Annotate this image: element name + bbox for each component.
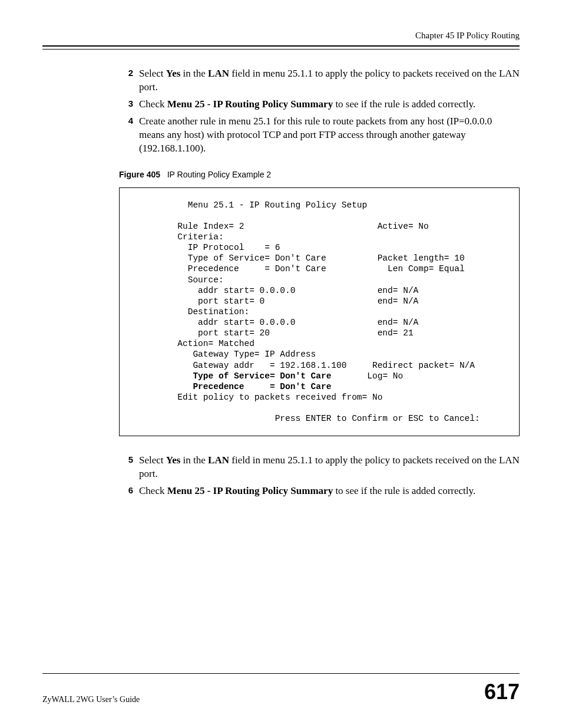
step-number: 6 xyxy=(119,485,133,498)
figure-title: IP Routing Policy Example 2 xyxy=(167,170,271,179)
running-header: Chapter 45 IP Policy Routing xyxy=(42,31,520,41)
page-number: 617 xyxy=(484,680,520,704)
step-number: 3 xyxy=(119,98,133,111)
figure-caption: Figure 405 IP Routing Policy Example 2 xyxy=(119,170,520,179)
step-list-2: 5 Select Yes in the LAN field in menu 25… xyxy=(119,454,520,498)
step-item: 4 Create another rule in menu 25.1 for t… xyxy=(119,115,520,156)
step-body: Create another rule in menu 25.1 for thi… xyxy=(139,115,520,156)
figure-label: Figure 405 xyxy=(119,170,160,179)
step-item: 3 Check Menu 25 - IP Routing Policy Summ… xyxy=(119,98,520,111)
content-area: 2 Select Yes in the LAN field in menu 25… xyxy=(42,67,520,673)
footer: ZyWALL 2WG User’s Guide 617 xyxy=(42,673,520,704)
step-body: Select Yes in the LAN field in menu 25.1… xyxy=(139,67,520,94)
step-body: Check Menu 25 - IP Routing Policy Summar… xyxy=(139,98,520,111)
step-item: 5 Select Yes in the LAN field in menu 25… xyxy=(119,454,520,481)
step-number: 4 xyxy=(119,115,133,156)
step-item: 2 Select Yes in the LAN field in menu 25… xyxy=(119,67,520,94)
page: Chapter 45 IP Policy Routing 2 Select Ye… xyxy=(0,0,562,728)
step-number: 2 xyxy=(119,67,133,94)
header-rule xyxy=(42,45,520,50)
step-item: 6 Check Menu 25 - IP Routing Policy Summ… xyxy=(119,485,520,498)
footer-guide: ZyWALL 2WG User’s Guide xyxy=(42,695,140,704)
terminal-box: Menu 25.1 - IP Routing Policy Setup Rule… xyxy=(119,187,520,437)
step-body: Select Yes in the LAN field in menu 25.1… xyxy=(139,454,520,481)
step-body: Check Menu 25 - IP Routing Policy Summar… xyxy=(139,485,520,498)
step-number: 5 xyxy=(119,454,133,481)
step-list-1: 2 Select Yes in the LAN field in menu 25… xyxy=(119,67,520,156)
